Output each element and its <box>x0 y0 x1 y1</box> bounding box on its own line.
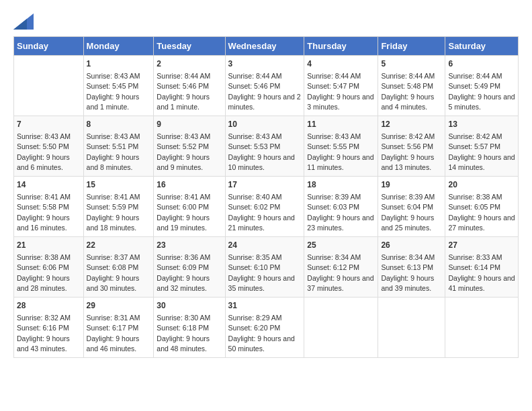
daylight-text: Daylight: 9 hours and 9 minutes. <box>157 153 210 171</box>
sunrise-text: Sunrise: 8:35 AM <box>228 253 282 261</box>
sunset-text: Sunset: 6:16 PM <box>17 324 69 332</box>
daylight-text: Daylight: 9 hours and 50 minutes. <box>228 334 295 353</box>
sunset-text: Sunset: 6:04 PM <box>381 203 433 211</box>
day-number: 18 <box>307 179 375 191</box>
calendar-week-row: 1Sunrise: 8:43 AMSunset: 5:45 PMDaylight… <box>14 56 519 116</box>
day-number: 19 <box>381 179 442 191</box>
header-saturday: Saturday <box>445 37 519 56</box>
sunrise-text: Sunrise: 8:44 AM <box>157 72 210 80</box>
calendar-cell: 9Sunrise: 8:43 AMSunset: 5:52 PMDaylight… <box>154 116 225 177</box>
day-number: 3 <box>228 58 302 70</box>
calendar-cell: 13Sunrise: 8:42 AMSunset: 5:57 PMDayligh… <box>445 116 519 177</box>
day-number: 8 <box>87 119 151 130</box>
sunrise-text: Sunrise: 8:43 AM <box>307 132 361 140</box>
calendar-cell: 3Sunrise: 8:44 AMSunset: 5:46 PMDaylight… <box>225 56 304 116</box>
calendar-table: SundayMondayTuesdayWednesdayThursdayFrid… <box>13 36 519 358</box>
day-number: 29 <box>87 300 151 312</box>
sunset-text: Sunset: 6:05 PM <box>448 203 500 211</box>
daylight-text: Daylight: 9 hours and 27 minutes. <box>448 214 515 232</box>
day-number: 26 <box>381 240 442 251</box>
sunset-text: Sunset: 5:53 PM <box>228 142 281 150</box>
header-tuesday: Tuesday <box>154 37 225 56</box>
sunrise-text: Sunrise: 8:36 AM <box>157 253 210 261</box>
sunrise-text: Sunrise: 8:39 AM <box>381 193 435 201</box>
calendar-cell: 21Sunrise: 8:38 AMSunset: 6:06 PMDayligh… <box>14 237 84 298</box>
daylight-text: Daylight: 9 hours and 23 minutes. <box>307 214 373 232</box>
day-number: 31 <box>228 300 302 312</box>
day-number: 21 <box>17 240 81 251</box>
sunset-text: Sunset: 5:48 PM <box>381 82 433 90</box>
day-number: 12 <box>381 119 442 130</box>
daylight-text: Daylight: 9 hours and 4 minutes. <box>381 93 434 111</box>
calendar-cell: 22Sunrise: 8:37 AMSunset: 6:08 PMDayligh… <box>83 237 154 298</box>
day-number: 4 <box>307 58 375 70</box>
logo-icon <box>13 13 34 30</box>
sunrise-text: Sunrise: 8:29 AM <box>228 314 282 322</box>
day-number: 2 <box>157 58 222 70</box>
daylight-text: Daylight: 9 hours and 3 minutes. <box>307 93 373 111</box>
daylight-text: Daylight: 9 hours and 35 minutes. <box>228 274 295 292</box>
sunrise-text: Sunrise: 8:40 AM <box>228 193 282 201</box>
day-number: 23 <box>157 240 222 251</box>
calendar-cell: 12Sunrise: 8:42 AMSunset: 5:56 PMDayligh… <box>378 116 445 177</box>
daylight-text: Daylight: 9 hours and 19 minutes. <box>157 214 210 232</box>
day-number: 17 <box>228 179 302 191</box>
sunrise-text: Sunrise: 8:41 AM <box>17 193 71 201</box>
calendar-cell <box>445 298 519 358</box>
sunrise-text: Sunrise: 8:34 AM <box>307 253 361 261</box>
calendar-week-row: 7Sunrise: 8:43 AMSunset: 5:50 PMDaylight… <box>14 116 519 177</box>
sunset-text: Sunset: 6:02 PM <box>228 203 281 211</box>
calendar-cell: 14Sunrise: 8:41 AMSunset: 5:58 PMDayligh… <box>14 177 84 237</box>
daylight-text: Daylight: 9 hours and 6 minutes. <box>17 153 70 171</box>
sunset-text: Sunset: 6:06 PM <box>17 263 69 271</box>
day-number: 7 <box>17 119 81 130</box>
calendar-cell: 23Sunrise: 8:36 AMSunset: 6:09 PMDayligh… <box>154 237 225 298</box>
sunrise-text: Sunrise: 8:34 AM <box>381 253 435 261</box>
sunset-text: Sunset: 5:51 PM <box>87 142 139 150</box>
day-number: 20 <box>448 179 515 191</box>
sunrise-text: Sunrise: 8:41 AM <box>157 193 210 201</box>
day-number: 25 <box>307 240 375 251</box>
calendar-cell: 16Sunrise: 8:41 AMSunset: 6:00 PMDayligh… <box>154 177 225 237</box>
svg-marker-1 <box>13 19 27 30</box>
sunrise-text: Sunrise: 8:43 AM <box>17 132 71 140</box>
calendar-cell: 10Sunrise: 8:43 AMSunset: 5:53 PMDayligh… <box>225 116 304 177</box>
sunset-text: Sunset: 6:17 PM <box>87 324 139 332</box>
daylight-text: Daylight: 9 hours and 25 minutes. <box>381 214 434 232</box>
daylight-text: Daylight: 9 hours and 39 minutes. <box>381 274 434 292</box>
sunset-text: Sunset: 6:10 PM <box>228 263 281 271</box>
calendar-cell: 19Sunrise: 8:39 AMSunset: 6:04 PMDayligh… <box>378 177 445 237</box>
calendar-week-row: 14Sunrise: 8:41 AMSunset: 5:58 PMDayligh… <box>14 177 519 237</box>
calendar-cell: 18Sunrise: 8:39 AMSunset: 6:03 PMDayligh… <box>304 177 378 237</box>
calendar-cell: 8Sunrise: 8:43 AMSunset: 5:51 PMDaylight… <box>83 116 154 177</box>
daylight-text: Daylight: 9 hours and 16 minutes. <box>17 214 70 232</box>
day-number: 24 <box>228 240 302 251</box>
header-sunday: Sunday <box>14 37 84 56</box>
calendar-cell: 27Sunrise: 8:33 AMSunset: 6:14 PMDayligh… <box>445 237 519 298</box>
sunset-text: Sunset: 5:55 PM <box>307 142 359 150</box>
sunrise-text: Sunrise: 8:38 AM <box>17 253 71 261</box>
day-number: 16 <box>157 179 222 191</box>
sunset-text: Sunset: 5:59 PM <box>87 203 139 211</box>
daylight-text: Daylight: 9 hours and 41 minutes. <box>448 274 515 292</box>
daylight-text: Daylight: 9 hours and 2 minutes. <box>228 93 301 111</box>
sunset-text: Sunset: 6:14 PM <box>448 263 500 271</box>
sunrise-text: Sunrise: 8:31 AM <box>87 314 140 322</box>
calendar-cell: 5Sunrise: 8:44 AMSunset: 5:48 PMDaylight… <box>378 56 445 116</box>
header <box>13 13 519 30</box>
daylight-text: Daylight: 9 hours and 18 minutes. <box>87 214 140 232</box>
sunset-text: Sunset: 5:58 PM <box>17 203 69 211</box>
sunset-text: Sunset: 5:46 PM <box>228 82 281 90</box>
calendar-week-row: 28Sunrise: 8:32 AMSunset: 6:16 PMDayligh… <box>14 298 519 358</box>
sunset-text: Sunset: 6:08 PM <box>87 263 139 271</box>
calendar-cell: 24Sunrise: 8:35 AMSunset: 6:10 PMDayligh… <box>225 237 304 298</box>
sunset-text: Sunset: 6:03 PM <box>307 203 359 211</box>
calendar-cell: 4Sunrise: 8:44 AMSunset: 5:47 PMDaylight… <box>304 56 378 116</box>
sunrise-text: Sunrise: 8:44 AM <box>228 72 282 80</box>
day-number: 14 <box>17 179 81 191</box>
sunrise-text: Sunrise: 8:44 AM <box>448 72 502 80</box>
daylight-text: Daylight: 9 hours and 48 minutes. <box>157 334 210 353</box>
daylight-text: Daylight: 9 hours and 30 minutes. <box>87 274 140 292</box>
sunrise-text: Sunrise: 8:43 AM <box>157 132 210 140</box>
sunset-text: Sunset: 5:46 PM <box>157 82 209 90</box>
